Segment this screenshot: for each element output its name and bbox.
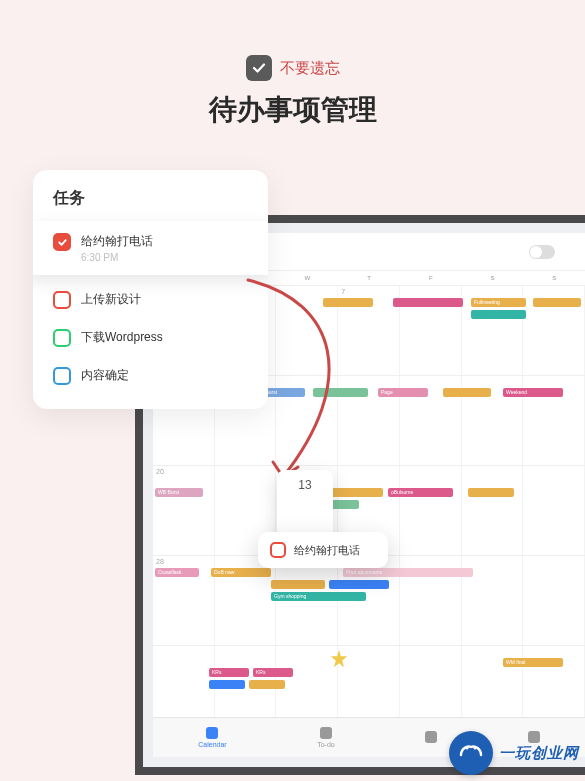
calendar-day-header: W <box>276 271 338 285</box>
calendar-event[interactable]: KRs <box>209 668 249 677</box>
checkbox-icon <box>270 542 286 558</box>
tabbar-label: To-do <box>317 741 335 748</box>
calendar-event[interactable] <box>393 298 463 307</box>
tabbar-item[interactable]: To-do <box>317 727 335 748</box>
calendar-event[interactable] <box>533 298 581 307</box>
tabbar-icon <box>206 727 218 739</box>
calendar-day-header: T <box>338 271 400 285</box>
task-checkbox[interactable] <box>53 233 71 251</box>
tabbar-icon <box>320 727 332 739</box>
calendar-cell[interactable] <box>400 466 462 555</box>
calendar-event[interactable]: KRs <box>253 668 293 677</box>
task-checkbox[interactable] <box>53 367 71 385</box>
calendar-event[interactable]: Gym shopping <box>271 592 366 601</box>
tabbar-label: Calendar <box>198 741 226 748</box>
watermark-text: 一玩创业网 <box>499 744 579 763</box>
calendar-event[interactable]: WM final <box>503 658 563 667</box>
calendar-event[interactable]: oBulsome <box>388 488 453 497</box>
drop-target-day: 13 <box>298 478 311 492</box>
task-checkbox[interactable] <box>53 329 71 347</box>
calendar-day-header: F <box>400 271 462 285</box>
calendar-event[interactable] <box>329 580 389 589</box>
tabbar-item[interactable] <box>425 731 437 745</box>
task-label: 下载Wordpress <box>81 329 163 346</box>
watermark-logo-icon <box>449 731 493 775</box>
task-card: 任务 给约翰打电话6:30 PM上传新设计下载Wordpress内容确定 <box>33 170 268 409</box>
task-list: 给约翰打电话6:30 PM上传新设计下载Wordpress内容确定 <box>33 221 268 395</box>
calendar-cell[interactable] <box>523 556 585 645</box>
page-title: 待办事项管理 <box>0 91 585 129</box>
calendar-event[interactable] <box>271 580 325 589</box>
check-icon <box>246 55 272 81</box>
calendar-event[interactable] <box>443 388 491 397</box>
calendar-event[interactable] <box>468 488 514 497</box>
calendar-event[interactable] <box>313 388 368 397</box>
calendar-event[interactable]: Croasflask <box>155 568 199 577</box>
calendar-event[interactable]: Phot abusments <box>343 568 473 577</box>
calendar-event[interactable]: Fullmeeting <box>471 298 526 307</box>
tabbar-icon <box>425 731 437 743</box>
dragged-task-chip[interactable]: 给约翰打电话 <box>258 532 388 568</box>
task-item[interactable]: 下载Wordpress <box>33 319 268 357</box>
header-tag: 不要遗忘 <box>246 55 340 81</box>
promo-header: 不要遗忘 待办事项管理 <box>0 0 585 129</box>
calendar-event[interactable] <box>209 680 245 689</box>
calendar-drop-target[interactable]: 13 <box>277 470 333 538</box>
calendar-event[interactable]: DoB naw <box>211 568 271 577</box>
calendar-row: 28CroasflaskDoB nawPhot abusmentsGym sho… <box>153 556 585 646</box>
calendar-event[interactable]: WB Burst <box>155 488 203 497</box>
calendar-event[interactable] <box>323 298 373 307</box>
task-item[interactable]: 上传新设计 <box>33 281 268 319</box>
task-label: 给约翰打电话 <box>81 233 153 250</box>
task-label: 上传新设计 <box>81 291 141 308</box>
calendar-event[interactable] <box>249 680 285 689</box>
task-time: 6:30 PM <box>81 252 153 263</box>
header-tag-text: 不要遗忘 <box>280 59 340 78</box>
calendar-cell[interactable] <box>462 466 524 555</box>
task-label: 内容确定 <box>81 367 129 384</box>
star-doodle-icon <box>328 648 350 670</box>
tabbar-item[interactable]: Calendar <box>198 727 226 748</box>
calendar-event[interactable] <box>471 310 526 319</box>
calendar-day-header: S <box>462 271 524 285</box>
task-item[interactable]: 给约翰打电话6:30 PM <box>33 221 268 275</box>
dragged-task-label: 给约翰打电话 <box>294 543 360 558</box>
watermark: 一玩创业网 <box>449 731 579 775</box>
calendar-day-header: S <box>523 271 585 285</box>
calendar-cell[interactable]: 20 <box>153 466 215 555</box>
task-item[interactable]: 内容确定 <box>33 357 268 395</box>
svg-point-0 <box>466 747 469 750</box>
view-toggle[interactable] <box>529 245 555 259</box>
calendar-cell[interactable] <box>523 466 585 555</box>
calendar-event[interactable]: Page <box>378 388 428 397</box>
task-card-title: 任务 <box>33 170 268 221</box>
task-checkbox[interactable] <box>53 291 71 309</box>
svg-point-1 <box>474 747 477 750</box>
calendar-event[interactable]: Weekend <box>503 388 563 397</box>
